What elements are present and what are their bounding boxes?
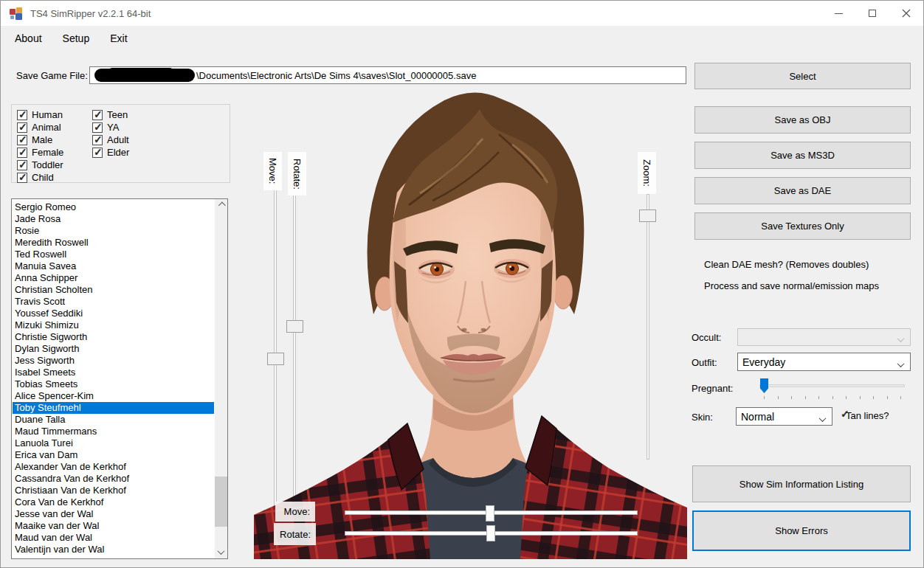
pregnant-slider-ticks xyxy=(764,396,904,400)
list-item[interactable]: Cora Van de Kerkhof xyxy=(13,496,214,508)
checkbox-box[interactable] xyxy=(17,148,27,158)
checkbox-box[interactable] xyxy=(17,122,27,133)
checkbox-box[interactable] xyxy=(92,135,103,145)
list-item[interactable]: Dylan Sigworth xyxy=(13,343,214,355)
occult-select xyxy=(737,328,911,346)
list-item[interactable]: Maaike van der Wal xyxy=(13,520,214,532)
list-item[interactable]: Travis Scott xyxy=(13,296,214,308)
list-item[interactable]: Duane Talla xyxy=(13,414,214,426)
select-button[interactable]: Select xyxy=(694,63,911,89)
scrollbar-up-button[interactable] xyxy=(215,199,227,212)
save-as-obj-button[interactable]: Save as OBJ xyxy=(694,106,911,134)
list-item[interactable]: Jade Rosa xyxy=(13,213,214,225)
filter-checkbox-toddler[interactable]: Toddler xyxy=(17,159,63,170)
filter-checkbox-human[interactable]: Human xyxy=(17,109,63,120)
list-item[interactable]: Ted Roswell xyxy=(13,249,214,260)
checkbox-label: Animal xyxy=(32,122,61,133)
clean-dae-checkbox[interactable]: Clean DAE mesh? (Removes doubles) xyxy=(698,259,869,270)
list-item[interactable]: Jesse van der Wal xyxy=(13,508,214,520)
list-item[interactable]: Anna Schipper xyxy=(13,272,214,284)
filters-column-2: TeenYAAdultElder xyxy=(92,109,129,158)
slider-tick xyxy=(832,396,833,399)
show-sim-info-button[interactable]: Show Sim Information Listing xyxy=(692,465,911,502)
skin-select[interactable]: Normal xyxy=(736,407,832,426)
list-item[interactable]: Jess Sigworth xyxy=(13,355,214,367)
checkbox-box[interactable] xyxy=(17,135,27,145)
pregnant-slider-thumb[interactable] xyxy=(760,378,768,393)
list-item[interactable]: Isabel Smeets xyxy=(13,367,214,378)
filter-checkbox-animal[interactable]: Animal xyxy=(17,122,63,133)
list-item[interactable]: Manuia Savea xyxy=(13,260,214,272)
save-as-dae-button[interactable]: Save as DAE xyxy=(694,177,911,204)
sim-listbox[interactable]: Sergio RomeoJade RosaRosieMeredith Roswe… xyxy=(11,198,228,559)
filter-checkbox-ya[interactable]: YA xyxy=(92,122,129,133)
move-horizontal-thumb[interactable] xyxy=(486,505,494,522)
menu-item-setup[interactable]: Setup xyxy=(52,27,100,49)
checkbox-box[interactable] xyxy=(92,148,103,158)
app-icon xyxy=(10,7,23,20)
list-item[interactable]: Erica van Dam xyxy=(13,449,214,461)
title-bar[interactable]: TS4 SimRipper v2.2.1 64-bit xyxy=(1,1,923,26)
list-item[interactable]: Cassandra Van de Kerkhof xyxy=(13,473,214,485)
list-item[interactable]: Alice Spencer-Kim xyxy=(13,390,214,402)
filter-checkbox-male[interactable]: Male xyxy=(17,134,63,145)
maximize-button[interactable] xyxy=(855,1,889,26)
list-item[interactable]: Valentijn van der Wal xyxy=(13,544,214,555)
scrollbar-down-button[interactable] xyxy=(215,546,227,558)
checkbox-label: YA xyxy=(107,122,119,133)
list-item[interactable]: Alexander Van de Kerkhof xyxy=(13,461,214,473)
filter-checkbox-elder[interactable]: Elder xyxy=(92,147,129,158)
close-button[interactable] xyxy=(889,1,923,26)
checkbox-box[interactable] xyxy=(92,122,103,133)
checkbox-label: Tan lines? xyxy=(846,410,889,421)
rotate-horizontal-label: Rotate: xyxy=(274,523,316,545)
checkbox-box[interactable] xyxy=(17,110,27,120)
zoom-label: Zoom: xyxy=(638,152,656,194)
outfit-select[interactable]: Everyday xyxy=(737,353,911,371)
list-item[interactable]: Youssef Seddiki xyxy=(13,308,214,319)
save-textures-only-button[interactable]: Save Textures Only xyxy=(694,212,911,240)
normal-maps-checkbox[interactable]: Process and save normal/emission maps xyxy=(698,280,879,291)
sim-preview-viewport[interactable] xyxy=(254,56,687,559)
menu-item-about[interactable]: About xyxy=(4,27,52,49)
filter-checkbox-teen[interactable]: Teen xyxy=(92,109,129,120)
list-item[interactable]: Mizuki Shimizu xyxy=(13,319,214,331)
list-item[interactable]: Meredith Roswell xyxy=(13,237,214,249)
list-item[interactable]: Maud Timmermans xyxy=(13,426,214,437)
scrollbar-thumb[interactable] xyxy=(215,477,227,527)
move-horizontal-label: Move: xyxy=(275,502,315,522)
chevron-down-icon xyxy=(820,412,827,419)
checkbox-box[interactable] xyxy=(17,173,27,183)
chevron-down-icon xyxy=(898,333,905,339)
filter-checkbox-child[interactable]: Child xyxy=(17,172,63,183)
filter-checkbox-female[interactable]: Female xyxy=(17,147,63,158)
save-as-ms3d-button[interactable]: Save as MS3D xyxy=(694,142,911,169)
list-item[interactable]: Maud van der Wal xyxy=(13,532,214,544)
list-item[interactable]: Christiaan Van de Kerkhof xyxy=(13,485,214,496)
filter-checkbox-adult[interactable]: Adult xyxy=(92,134,129,145)
checkbox-box[interactable] xyxy=(92,110,103,120)
list-item[interactable]: Lanuola Turei xyxy=(13,437,214,449)
slider-tick xyxy=(900,396,901,399)
list-item[interactable]: Sergio Romeo xyxy=(13,201,214,213)
rotate-horizontal-thumb[interactable] xyxy=(486,525,495,541)
list-item[interactable]: Tobias Smeets xyxy=(13,378,214,390)
tan-lines-checkbox[interactable]: Tan lines? xyxy=(840,410,889,421)
list-item[interactable]: Christie Sigworth xyxy=(13,331,214,343)
sim-portrait-image xyxy=(254,92,687,559)
list-item[interactable]: Toby Steufmehl xyxy=(13,402,214,414)
list-scrollbar[interactable] xyxy=(215,199,227,558)
app-window: TS4 SimRipper v2.2.1 64-bit About Setup … xyxy=(0,0,924,568)
pregnant-slider-track[interactable] xyxy=(759,384,905,387)
occult-label: Occult: xyxy=(692,332,721,343)
slider-tick xyxy=(818,396,819,399)
checkbox-box[interactable] xyxy=(17,160,27,170)
minimize-button[interactable] xyxy=(821,1,855,26)
menu-item-exit[interactable]: Exit xyxy=(100,27,137,49)
show-errors-button[interactable]: Show Errors xyxy=(692,510,911,551)
save-game-file-label: Save Game File: xyxy=(16,70,88,81)
checkbox-label: Elder xyxy=(107,147,129,158)
list-item[interactable]: Rosie xyxy=(13,225,214,237)
list-item[interactable]: Christian Scholten xyxy=(13,284,214,296)
sim-list-items: Sergio RomeoJade RosaRosieMeredith Roswe… xyxy=(13,201,214,555)
